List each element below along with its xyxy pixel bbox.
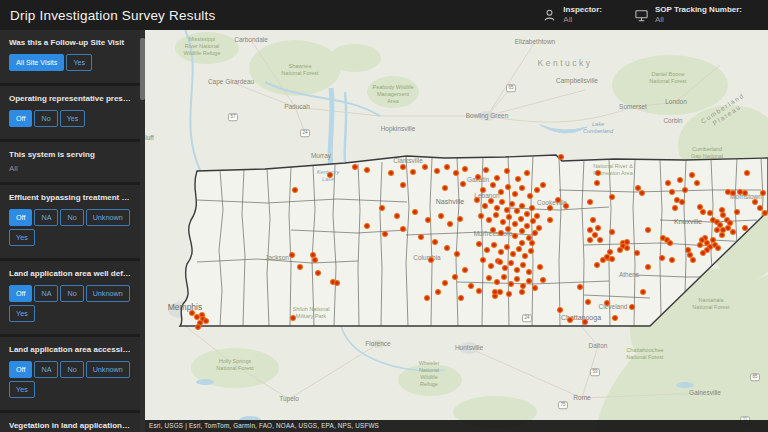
survey-point[interactable]	[530, 218, 536, 224]
survey-point[interactable]	[612, 315, 618, 321]
survey-point[interactable]	[730, 229, 736, 235]
filter-option-button[interactable]: Yes	[9, 381, 35, 398]
survey-point[interactable]	[609, 229, 615, 235]
survey-point[interactable]	[388, 170, 394, 176]
survey-point[interactable]	[498, 230, 504, 236]
survey-point[interactable]	[659, 255, 665, 261]
survey-point[interactable]	[532, 285, 538, 291]
survey-point[interactable]	[428, 257, 434, 263]
survey-point[interactable]	[645, 227, 651, 233]
filter-option-button[interactable]: No	[60, 209, 83, 226]
survey-point[interactable]	[744, 170, 750, 176]
survey-point[interactable]	[195, 324, 201, 330]
filter-option-button[interactable]: NA	[34, 285, 58, 302]
survey-point[interactable]	[458, 295, 464, 301]
survey-point[interactable]	[527, 193, 533, 199]
survey-point[interactable]	[645, 264, 651, 270]
survey-point[interactable]	[442, 280, 448, 286]
survey-point[interactable]	[418, 234, 424, 240]
survey-point[interactable]	[474, 197, 480, 203]
survey-point[interactable]	[493, 212, 499, 218]
survey-point[interactable]	[665, 180, 671, 186]
survey-point[interactable]	[289, 252, 295, 258]
survey-point[interactable]	[499, 199, 505, 205]
survey-point[interactable]	[506, 214, 512, 220]
survey-point[interactable]	[508, 281, 514, 287]
survey-point[interactable]	[334, 280, 340, 286]
survey-point[interactable]	[514, 208, 520, 214]
survey-point[interactable]	[505, 184, 511, 190]
survey-point[interactable]	[594, 262, 600, 268]
survey-point[interactable]	[424, 295, 430, 301]
survey-point[interactable]	[519, 185, 525, 191]
survey-point[interactable]	[432, 239, 438, 245]
survey-point[interactable]	[522, 253, 528, 259]
survey-point[interactable]	[617, 247, 623, 253]
survey-point[interactable]	[434, 168, 440, 174]
survey-point[interactable]	[715, 245, 721, 251]
survey-point[interactable]	[494, 205, 500, 211]
survey-point[interactable]	[382, 231, 388, 237]
survey-point[interactable]	[697, 242, 703, 248]
filter-option-button[interactable]: NA	[34, 209, 58, 226]
survey-point[interactable]	[595, 170, 601, 176]
survey-point[interactable]	[315, 270, 321, 276]
survey-point[interactable]	[379, 205, 385, 211]
survey-point[interactable]	[700, 209, 706, 215]
survey-point[interactable]	[609, 194, 615, 200]
survey-point[interactable]	[734, 209, 740, 215]
survey-point[interactable]	[500, 219, 506, 225]
survey-point[interactable]	[547, 205, 553, 211]
survey-point[interactable]	[640, 289, 646, 295]
survey-point[interactable]	[515, 176, 521, 182]
survey-point[interactable]	[690, 257, 696, 263]
survey-point[interactable]	[444, 245, 450, 251]
filter-option-button[interactable]: No	[60, 361, 83, 378]
survey-point[interactable]	[512, 191, 518, 197]
survey-point[interactable]	[444, 164, 450, 170]
survey-point[interactable]	[528, 248, 534, 254]
survey-point[interactable]	[518, 216, 524, 222]
survey-point[interactable]	[514, 276, 520, 282]
survey-point[interactable]	[484, 247, 490, 253]
survey-point[interactable]	[486, 275, 492, 281]
survey-point[interactable]	[634, 250, 640, 256]
filter-option-button[interactable]: All Site Visits	[9, 54, 64, 71]
survey-point[interactable]	[682, 187, 688, 193]
survey-point[interactable]	[475, 174, 481, 180]
survey-point[interactable]	[762, 210, 768, 216]
filter-option-button[interactable]: Yes	[9, 305, 35, 322]
filter-option-button[interactable]: Off	[9, 110, 32, 127]
survey-point[interactable]	[719, 232, 725, 238]
survey-point[interactable]	[526, 278, 532, 284]
survey-point[interactable]	[577, 284, 583, 290]
survey-point[interactable]	[540, 277, 546, 283]
survey-point[interactable]	[558, 154, 564, 160]
survey-point[interactable]	[529, 240, 535, 246]
survey-point[interactable]	[629, 304, 635, 310]
survey-point[interactable]	[453, 170, 459, 176]
filter-value[interactable]: All	[9, 164, 131, 173]
survey-point[interactable]	[497, 289, 503, 295]
survey-point[interactable]	[394, 213, 400, 219]
survey-point[interactable]	[519, 240, 525, 246]
filter-option-button[interactable]: No	[34, 110, 57, 127]
survey-point[interactable]	[486, 217, 492, 223]
survey-point[interactable]	[752, 199, 758, 205]
survey-point[interactable]	[757, 205, 763, 211]
survey-point[interactable]	[447, 221, 453, 227]
survey-point[interactable]	[595, 225, 601, 231]
survey-point[interactable]	[700, 250, 706, 256]
survey-point[interactable]	[519, 228, 525, 234]
survey-point[interactable]	[480, 257, 486, 263]
filter-option-button[interactable]: Yes	[9, 229, 35, 246]
filter-option-button[interactable]: NA	[34, 361, 58, 378]
survey-point[interactable]	[442, 185, 448, 191]
survey-point[interactable]	[412, 209, 418, 215]
survey-point[interactable]	[582, 319, 588, 325]
survey-point[interactable]	[504, 207, 510, 213]
survey-point[interactable]	[524, 211, 530, 217]
survey-point[interactable]	[312, 257, 318, 263]
survey-point[interactable]	[512, 221, 518, 227]
survey-point[interactable]	[524, 170, 530, 176]
